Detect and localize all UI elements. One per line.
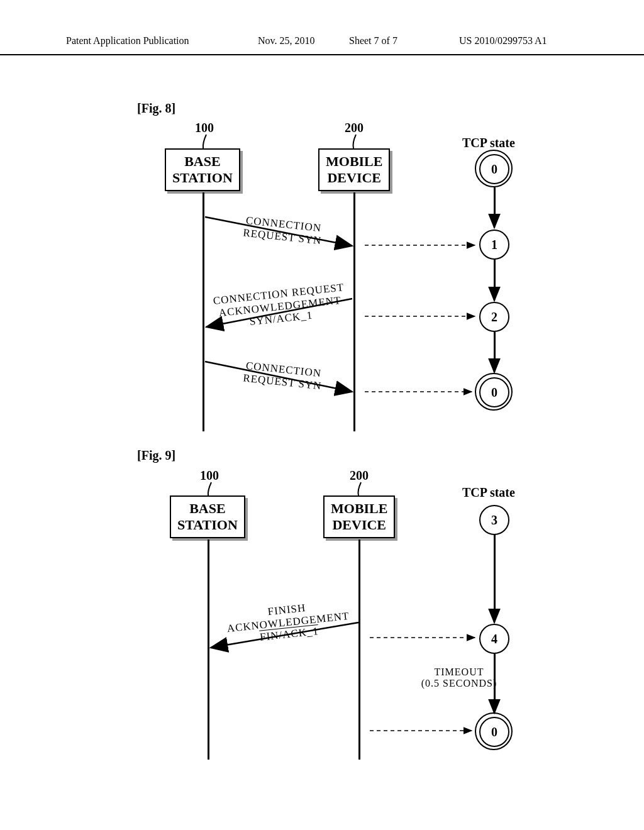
fig9-mobile-l1: MOBILE [331, 501, 387, 517]
header-sheet: Sheet 7 of 7 [349, 35, 397, 47]
fig9-state-4: 4 [479, 624, 509, 654]
fig8-base-station-box: BASE STATION [165, 148, 240, 191]
fig8-state-0-start: 0 [479, 154, 509, 184]
fig8-msg3: CONNECTION REQUEST SYN [216, 357, 350, 395]
fig8-mobile-device-box: MOBILE DEVICE [318, 148, 390, 191]
fig8-mobile-l1: MOBILE [326, 153, 382, 170]
fig8-base-num: 100 [195, 121, 214, 135]
fig8-state-edge-20 [494, 332, 496, 371]
fig8-tcp-state-label: TCP state [462, 136, 515, 150]
header-date: Nov. 25, 2010 [258, 35, 315, 47]
fig9-state-edge-34 [494, 534, 496, 620]
fig9-state-0: 0 [479, 717, 509, 747]
arrows-overlay [0, 0, 644, 830]
page-header: Patent Application Publication Nov. 25, … [0, 52, 644, 55]
fig8-msg1: CONNECTION REQUEST SYN [216, 211, 350, 250]
header-publication: Patent Application Publication [66, 35, 189, 47]
fig8-mobile-l2: DEVICE [326, 170, 382, 186]
fig8-mobile-num: 200 [345, 121, 364, 135]
fig9-mobile-device-box: MOBILE DEVICE [323, 495, 395, 538]
fig8-base-l1: BASE [172, 153, 233, 170]
fig9-label: [Fig. 9] [137, 448, 175, 463]
fig8-state-0-end: 0 [479, 377, 509, 407]
fig9-base-num: 100 [200, 468, 219, 483]
fig9-tcp-state-label: TCP state [462, 485, 515, 500]
fig9-mobile-lifeline [358, 540, 360, 760]
fig9-base-l1: BASE [177, 501, 238, 517]
fig9-state-3: 3 [479, 505, 509, 535]
fig9-base-l2: STATION [177, 517, 238, 533]
fig9-base-station-box: BASE STATION [170, 495, 245, 538]
fig9-base-lifeline [208, 540, 209, 760]
fig8-base-l2: STATION [172, 170, 233, 186]
header-pubno: US 2010/0299753 A1 [459, 35, 547, 47]
fig9-timeout: TIMEOUT (0.5 SECONDS) [409, 667, 509, 690]
fig8-state-edge-01 [494, 187, 496, 225]
fig8-state-edge-12 [494, 259, 496, 298]
fig9-mobile-num: 200 [350, 468, 369, 483]
fig8-msg2: CONNECTION REQUEST ACKNOWLEDGEMENT SYN/A… [200, 280, 360, 333]
fig8-state-1: 1 [479, 230, 509, 260]
fig9-mobile-l2: DEVICE [331, 517, 387, 533]
fig8-state-2: 2 [479, 302, 509, 332]
fig8-label: [Fig. 8] [137, 101, 175, 116]
fig9-msg1: FINISH ACKNOWLEDGEMENT FIN/ACK_1 [214, 596, 362, 648]
